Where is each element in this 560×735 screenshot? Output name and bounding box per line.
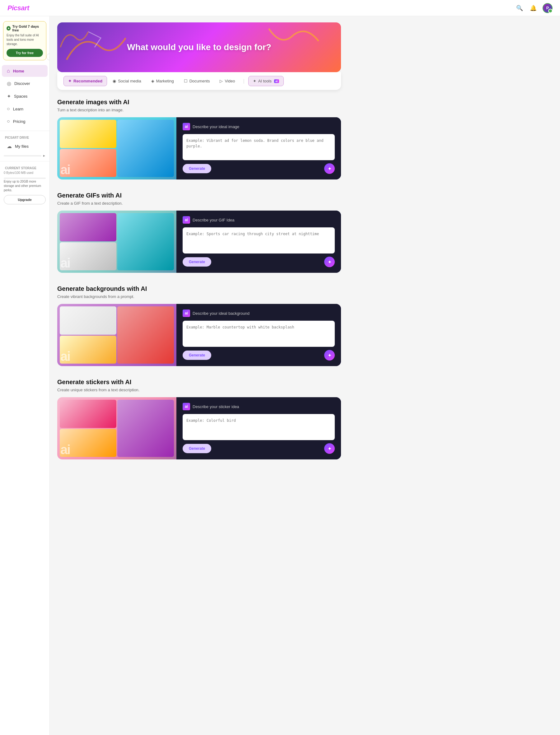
ai-icon: ai [183,403,190,410]
preview-image-1 [60,120,116,148]
sidebar-item-learn[interactable]: ○ Learn [2,103,48,115]
main-content: What would you like to design for? ✦ Rec… [50,16,348,484]
search-icon[interactable]: 🔍 [515,4,524,12]
background-description-input[interactable] [183,321,335,347]
gold-banner-description: Enjoy the full suite of AI tools and ton… [7,33,43,46]
section-title: Generate backgrounds with AI [57,285,341,293]
section-subtitle: Turn a text description into an image. [57,108,341,112]
ai-icon: ai [183,216,190,224]
section-generate-backgrounds: Generate backgrounds with AI Create vibr… [57,285,341,366]
card-right-panel: ai Describe your sticker idea Generate ✦ [176,397,341,459]
spaces-icon: ✦ [7,93,11,99]
recommended-icon: ✦ [68,79,72,83]
tab-label: Marketing [156,79,174,83]
magic-wand-button[interactable]: ✦ [324,257,335,267]
preview-grid [57,397,176,459]
generate-gifs-button[interactable]: Generate [183,257,211,267]
avatar[interactable]: P [543,3,553,13]
card-label: Describe your sticker idea [193,404,239,409]
sidebar-item-label: My files [15,144,29,149]
sidebar-item-home[interactable]: ⌂ Home [2,65,48,77]
sticker-description-input[interactable] [183,414,335,440]
ai-watermark: ai [60,163,70,176]
magic-wand-button[interactable]: ✦ [324,163,335,174]
sidebar-item-label: Pricing [13,119,26,124]
video-icon: ▷ [220,79,223,83]
card-header: ai Describe your ideal image [183,123,335,130]
tab-label: Video [225,79,235,83]
ai-tools-star-icon: ✦ [253,79,256,83]
gif-preview-1 [60,213,116,241]
card-footer: Generate ✦ [183,443,335,454]
sidebar-item-spaces[interactable]: ✦ Spaces [2,90,48,102]
top-navigation: Picsart 🔍 🔔 P [0,0,560,16]
category-tabs-container: ✦ Recommended ◉ Social media ◈ Marketing… [57,72,341,90]
nav-right-actions: 🔍 🔔 P [515,3,553,13]
section-generate-images: Generate images with AI Turn a text desc… [57,99,341,180]
tab-ai-tools[interactable]: ✦ AI tools ai [248,76,284,86]
learn-icon: ○ [7,106,10,112]
tab-label: Social media [118,79,141,83]
try-gold-button[interactable]: Try for free [7,49,43,57]
sidebar-item-label: Spaces [14,94,27,99]
storage-info: 0 Bytes/100 MB used [0,171,49,176]
sidebar-item-discover[interactable]: ◎ Discover [2,77,48,90]
card-right-panel: ai Describe your ideal image Generate ✦ [176,117,341,180]
sidebar-item-label: Learn [13,107,23,111]
storage-progress-bar [4,178,46,179]
tab-label: AI tools [258,79,272,83]
preview-image-2 [117,120,174,177]
social-media-icon: ◉ [113,79,116,83]
tab-marketing[interactable]: ◈ Marketing [147,76,178,86]
card-preview-stickers: ai [57,397,176,459]
category-tabs: ✦ Recommended ◉ Social media ◈ Marketing… [63,76,335,86]
tab-documents[interactable]: ☐ Documents [180,76,214,86]
notifications-icon[interactable]: 🔔 [529,4,538,12]
generate-stickers-button[interactable]: Generate [183,444,211,453]
ai-icon: ai [183,123,190,130]
discover-icon: ◎ [7,81,11,87]
storage-section-label: Current Storage [0,165,49,171]
card-right-panel: ai Describe your GIF Idea Generate ✦ [176,211,341,273]
generate-stickers-card: ai ai Describe your sticker idea Generat… [57,397,341,459]
image-description-input[interactable] [183,134,335,160]
section-title: Generate stickers with AI [57,378,341,386]
tab-recommended[interactable]: ✦ Recommended [63,76,107,86]
sidebar-item-label: Discover [14,81,30,86]
pricing-icon: ○ [7,119,10,124]
marketing-icon: ◈ [151,79,154,83]
sidebar-item-label: Home [13,69,24,73]
sidebar-item-pricing[interactable]: ○ Pricing [2,115,48,127]
card-preview-gifs: ai [57,211,176,273]
ai-badge: ai [274,79,279,83]
sticker-preview-2 [117,400,174,457]
magic-wand-button[interactable]: ✦ [324,443,335,454]
card-preview-backgrounds: ai [57,304,176,366]
section-title: Generate GIFs with AI [57,192,341,199]
preview-grid [57,211,176,273]
gif-description-input[interactable] [183,227,335,254]
ai-watermark: ai [60,350,70,363]
ai-icon: ai [183,310,190,317]
card-header: ai Describe your sticker idea [183,403,335,410]
card-footer: Generate ✦ [183,163,335,174]
sidebar-divider-2 [0,161,49,162]
tab-social-media[interactable]: ◉ Social media [108,76,145,86]
tab-label: Recommended [73,79,102,83]
card-header: ai Describe your GIF Idea [183,216,335,224]
card-right-panel: ai Describe your ideal background Genera… [176,304,341,366]
upgrade-button[interactable]: Upgrade [4,195,46,204]
sticker-preview-1 [60,400,116,428]
tab-video[interactable]: ▷ Video [215,76,239,86]
gold-icon: ★ [7,26,11,30]
card-header: ai Describe your ideal background [183,310,335,317]
sidebar-item-my-files[interactable]: ☁ My files [2,140,48,152]
generate-images-button[interactable]: Generate [183,164,211,173]
generate-backgrounds-button[interactable]: Generate [183,351,211,360]
hero-title: What would you like to design for? [127,42,271,52]
sidebar-collapse-button[interactable]: ‹ [46,54,50,60]
magic-wand-button[interactable]: ✦ [324,350,335,361]
section-title: Generate images with AI [57,99,341,106]
generate-gifs-card: ai ai Describe your GIF Idea Generate ✦ [57,211,341,273]
bg-preview-2 [117,307,174,364]
